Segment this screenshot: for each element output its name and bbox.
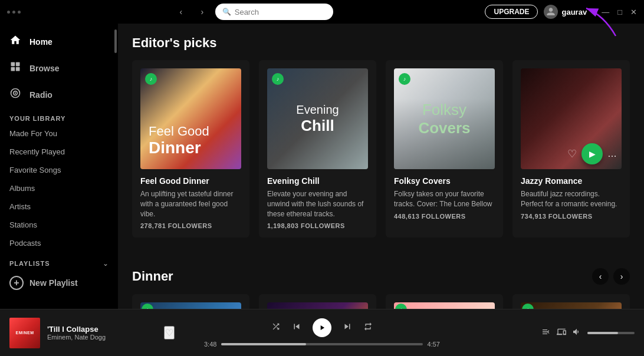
scrollbar[interactable] [114,29,117,53]
minimize-button[interactable]: — [602,8,609,17]
dinner-card-2[interactable]: ♪ Jukebox Joint [259,294,376,309]
browse-icon [9,61,21,75]
app-menu-dots[interactable] [7,11,21,14]
sidebar-item-recently-played[interactable]: Recently Played [0,143,118,161]
plus-circle-icon: + [9,276,24,290]
now-playing-center: 3:48 4:57 [175,318,469,348]
card-image-folksy-covers: Folksy Covers ♪ [394,68,495,169]
now-playing-track-info: 'Till I Collapse Eminem, Nate Dogg [47,325,157,341]
repeat-button[interactable] [363,322,373,334]
dinner-card-4[interactable]: ♪ [512,294,630,309]
titlebar-left [7,11,21,14]
close-button[interactable]: ✕ [630,8,637,17]
card-art-feel-good-dinner: Feel Good Dinner [140,68,241,169]
nav-back-button[interactable]: ‹ [173,4,189,20]
dinner-card-1[interactable]: ♪ [132,294,249,309]
card-followers: 734,913 FOLLOWERS [521,213,622,220]
card-evening-chill[interactable]: Evening Chill ♪ Evening Chill Elevate yo… [259,60,376,238]
shuffle-button[interactable] [271,322,281,334]
card-heart-button[interactable]: ♡ [567,147,577,160]
next-button[interactable] [342,321,353,334]
sidebar-item-stations[interactable]: Stations [0,216,118,234]
sidebar-item-home[interactable]: Home [0,28,118,55]
sidebar-item-radio[interactable]: Radio [0,81,118,108]
card-title: Jazzy Romance [521,176,622,186]
spotify-badge: ♪ [522,304,534,309]
volume-bar[interactable] [587,332,635,334]
avatar [544,5,558,19]
progress-bar-fill [221,343,305,345]
sidebar-item-podcasts[interactable]: Podcasts [0,234,118,252]
sidebar-item-albums[interactable]: Albums [0,179,118,197]
dinner-nav-next-button[interactable]: › [613,268,630,285]
dinner-card-image-1: ♪ [140,302,241,309]
now-playing-heart-button[interactable]: ♡ [164,326,175,339]
card-description: Beautiful jazz recordings. Perfect for a… [521,189,622,209]
sidebar-item-made-for-you[interactable]: Made For You [0,124,118,143]
card-description: Elevate your evening and unwind with the… [267,189,368,219]
upgrade-button[interactable]: UPGRADE [485,5,538,19]
card-followers: 278,781 FOLLOWERS [140,222,241,229]
time-total: 4:57 [428,341,440,348]
card-play-button[interactable]: ▶ [581,143,603,164]
card-image-feel-good-dinner: Feel Good Dinner ♪ [140,68,241,169]
lyrics-button[interactable] [541,327,551,339]
restore-button[interactable]: □ [617,8,622,17]
svg-rect-3 [11,67,15,71]
progress-bar[interactable] [221,343,422,345]
sidebar-item-browse[interactable]: Browse [0,55,118,81]
dinner-card-image-3: ♪ [394,302,495,309]
editors-picks-header: Editor's picks [132,24,630,51]
user-area[interactable]: gaurav ⌄ [544,5,596,19]
search-box[interactable]: 🔍 [215,4,333,20]
progress-bar-area: 3:48 4:57 [204,341,440,348]
dinner-section-header: Dinner ‹ › [132,256,630,285]
card-art-folksy-covers: Folksy Covers [394,68,495,169]
window-controls: — □ ✕ [602,8,637,17]
dinner-card-image-4: ♪ [521,302,622,309]
devices-button[interactable] [557,327,566,339]
card-image-jazzy-romance: ♡ ▶ … [521,68,622,169]
now-playing-track-artist: Eminem, Nate Dogg [47,334,157,341]
editors-picks-grid: Feel Good Dinner ♪ Feel Good Dinner An u… [132,60,630,238]
now-playing-left: EMINEM 'Till I Collapse Eminem, Nate Dog… [9,318,175,348]
now-playing-bar: EMINEM 'Till I Collapse Eminem, Nate Dog… [0,309,644,356]
play-pause-button[interactable] [313,318,331,337]
volume-button[interactable] [572,327,581,339]
svg-rect-4 [16,67,20,71]
new-playlist-button[interactable]: + New Playlist [0,270,118,296]
previous-button[interactable] [291,321,302,334]
dinner-nav-prev-button[interactable]: ‹ [592,268,609,285]
dinner-cards-grid: ♪ ♪ Jukebox Joint ♪ ♪ [132,294,630,309]
card-more-button[interactable]: … [607,149,617,159]
sidebar-item-label: Browse [29,64,60,73]
card-followers: 1,198,803 FOLLOWERS [267,222,368,229]
dinner-section-title: Dinner [132,269,173,284]
titlebar-right: UPGRADE gaurav ⌄ — □ ✕ [485,5,637,19]
card-title: Folksy Covers [394,176,495,186]
card-folksy-covers[interactable]: Folksy Covers ♪ Folksy Covers Folksy tak… [386,60,503,238]
sidebar-item-label: Radio [29,90,52,100]
card-jazzy-romance[interactable]: ♡ ▶ … Jazzy Romance Beautiful jazz recor… [512,60,630,238]
card-art-evening-chill: Evening Chill [267,68,368,169]
user-name-label: gaurav [561,8,587,17]
playlists-section-label: PLAYLISTS [9,260,50,267]
nav-forward-button[interactable]: › [194,4,211,20]
card-title: Evening Chill [267,176,368,186]
sidebar-item-favorite-songs[interactable]: Favorite Songs [0,161,118,179]
sidebar-item-artists[interactable]: Artists [0,197,118,216]
search-input[interactable] [235,8,326,17]
svg-rect-2 [16,62,20,67]
now-playing-track-title: 'Till I Collapse [47,325,157,334]
spotify-badge: ♪ [399,73,410,85]
playlists-section-header: PLAYLISTS ⌄ [0,252,118,270]
card-image-evening-chill: Evening Chill ♪ [267,68,368,169]
dinner-card-3[interactable]: ♪ [386,294,503,309]
playlists-chevron-icon[interactable]: ⌄ [103,259,109,268]
now-playing-right [469,327,635,339]
svg-rect-1 [11,62,15,67]
titlebar: ‹ › 🔍 UPGRADE gaurav ⌄ — □ ✕ [0,0,644,24]
library-section-label: YOUR LIBRARY [0,108,118,124]
card-title: Feel Good Dinner [140,176,241,186]
card-feel-good-dinner[interactable]: Feel Good Dinner ♪ Feel Good Dinner An u… [132,60,249,238]
